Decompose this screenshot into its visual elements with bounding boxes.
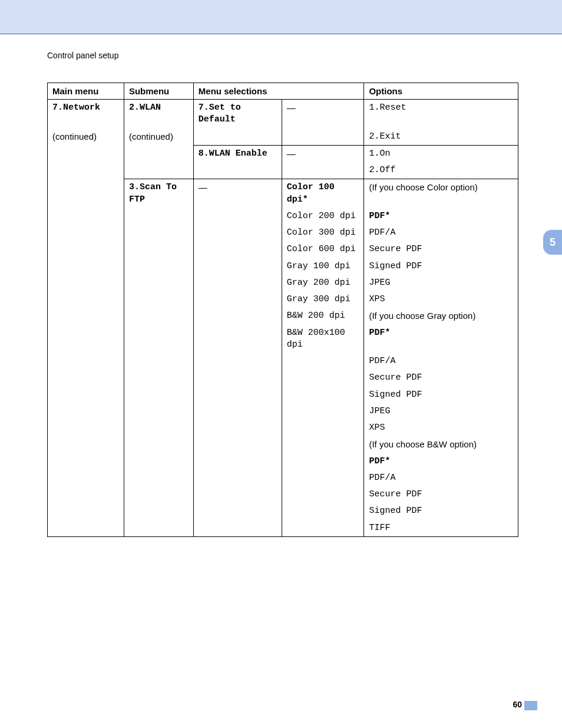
cell-opt: 2.Exit <box>364 129 518 146</box>
cell-sel-set-default: 7.Set to Default <box>193 100 282 129</box>
th-main-menu: Main menu <box>48 83 124 100</box>
cell-main-menu-title: 7.Network <box>48 100 124 129</box>
cell-dash: — <box>193 179 282 208</box>
cell-scan-opt: Signed PDF <box>364 387 518 403</box>
cell-scan-sel: Gray 300 dpi <box>282 291 364 308</box>
table-row: XPS <box>48 420 518 436</box>
cell-main-menu-note: (continued) <box>48 129 124 146</box>
top-band <box>0 0 562 34</box>
table-row: Secure PDF <box>48 486 518 503</box>
cell-scan-opt: PDF* <box>364 325 518 354</box>
table-row: Gray 300 dpi XPS <box>48 291 518 308</box>
table-row: PDF/A <box>48 353 518 370</box>
table-row: Gray 100 dpi Signed PDF <box>48 258 518 275</box>
table-row: PDF* <box>48 453 518 470</box>
cell-scan-opt: PDF/A <box>364 225 518 241</box>
th-submenu: Submenu <box>124 83 193 100</box>
corner-bar <box>524 701 537 710</box>
cell-scan-opt: XPS <box>364 420 518 436</box>
cell-scan-opt: PDF/A <box>364 470 518 486</box>
cell-scan-opt: PDF/A <box>364 353 518 370</box>
cell-sel-wlan-enable: 8.WLAN Enable <box>193 145 282 162</box>
cell-scan-sel: Gray 200 dpi <box>282 275 364 291</box>
cell-scan-sel: Color 100 dpi* <box>282 179 364 208</box>
table-row: Signed PDF <box>48 503 518 519</box>
cell-opt: 1.Reset <box>364 100 518 129</box>
table-header-row: Main menu Submenu Menu selections Option… <box>48 83 518 100</box>
cell-scan-opt: TIFF <box>364 520 518 537</box>
cell-submenu-wlan-note: (continued) <box>124 129 193 146</box>
table-row: (If you choose B&W option) <box>48 436 518 453</box>
cell-opt: 1.On <box>364 145 518 162</box>
table-row: Color 200 dpi PDF* <box>48 208 518 225</box>
cell-scan-opt: Signed PDF <box>364 258 518 275</box>
cell-scan-sel: Color 200 dpi <box>282 208 364 225</box>
cell-scan-opt: (If you choose B&W option) <box>364 436 518 453</box>
cell-scan-opt: JPEG <box>364 275 518 291</box>
cell-scan-opt: PDF* <box>364 208 518 225</box>
table-row: Gray 200 dpi JPEG <box>48 275 518 291</box>
table-row: 7.Network 2.WLAN 7.Set to Default — 1.Re… <box>48 100 518 129</box>
table-row: 2.Off <box>48 162 518 179</box>
table-row: Color 600 dpi Secure PDF <box>48 241 518 258</box>
cell-scan-opt: Signed PDF <box>364 503 518 519</box>
table-row: B&W 200x100 dpi PDF* <box>48 325 518 354</box>
chapter-tab: 5 <box>543 230 562 255</box>
section-title: Control panel setup <box>47 51 118 60</box>
page-number: 60 <box>513 700 522 709</box>
table-row: Color 300 dpi PDF/A <box>48 225 518 241</box>
cell-opt: 2.Off <box>364 162 518 179</box>
table-row: 8.WLAN Enable — 1.On <box>48 145 518 162</box>
cell-scan-opt: (If you choose Gray option) <box>364 308 518 324</box>
cell-scan-opt: Secure PDF <box>364 486 518 503</box>
cell-scan-sel: B&W 200 dpi <box>282 308 364 324</box>
table-row: 3.Scan To FTP — Color 100 dpi* (If you c… <box>48 179 518 208</box>
cell-scan-opt: JPEG <box>364 403 518 420</box>
cell-submenu-wlan-title: 2.WLAN <box>124 100 193 129</box>
cell-scan-opt: Secure PDF <box>364 241 518 258</box>
table-row: Secure PDF <box>48 370 518 386</box>
th-options: Options <box>364 83 518 100</box>
table-row: TIFF <box>48 520 518 537</box>
cell-scan-opt: XPS <box>364 291 518 308</box>
table-row: (continued) (continued) 2.Exit <box>48 129 518 146</box>
cell-dash: — <box>282 145 364 162</box>
table-row: JPEG <box>48 403 518 420</box>
table-row: B&W 200 dpi (If you choose Gray option) <box>48 308 518 324</box>
cell-dash: — <box>282 100 364 129</box>
th-menu-selections: Menu selections <box>193 83 364 100</box>
cell-scan-opt: PDF* <box>364 453 518 470</box>
cell-submenu-scan: 3.Scan To FTP <box>124 179 193 208</box>
cell-scan-sel: Gray 100 dpi <box>282 258 364 275</box>
cell-scan-opt: Secure PDF <box>364 370 518 386</box>
table-row: PDF/A <box>48 470 518 486</box>
cell-scan-opt: (If you choose Color option) <box>364 179 518 208</box>
cell-scan-sel: Color 300 dpi <box>282 225 364 241</box>
cell-scan-sel: B&W 200x100 dpi <box>282 325 364 354</box>
menu-table: Main menu Submenu Menu selections Option… <box>47 83 518 537</box>
table-row: Signed PDF <box>48 387 518 403</box>
cell-scan-sel: Color 600 dpi <box>282 241 364 258</box>
